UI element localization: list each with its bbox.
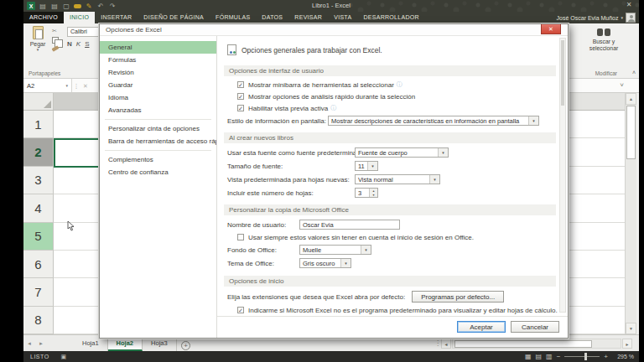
row-header-2[interactable]: 2 <box>23 138 54 166</box>
dialog-content: Opciones generales para trabajar con Exc… <box>217 36 568 338</box>
sheet-nav-right-icon[interactable]: ► <box>35 335 47 351</box>
dialog-scrollbar[interactable] <box>559 38 566 313</box>
macro-record-icon[interactable]: ▣ <box>61 354 67 360</box>
tab-revisar[interactable]: REVISAR <box>288 12 328 23</box>
page-layout-view-icon[interactable]: ▤ <box>536 353 543 360</box>
scroll-down-icon[interactable]: ▼ <box>626 323 636 334</box>
option-row: Usar esta fuente como fuente predetermin… <box>227 147 556 158</box>
window-close-icon[interactable]: ✕ <box>624 1 634 8</box>
row-header-5[interactable]: 5 <box>23 223 54 251</box>
row-header-1[interactable]: 1 <box>23 111 54 138</box>
sheet-count-stepper[interactable]: 3 ▴ ▾ <box>355 188 378 198</box>
row-header-3[interactable]: 3 <box>23 167 54 194</box>
name-box-splitter-icon[interactable]: ⋮ <box>72 79 80 92</box>
row-header-6[interactable]: 6 <box>23 251 54 278</box>
checkbox-vista-previa[interactable]: ✓ <box>237 105 244 111</box>
zoom-out-icon[interactable]: − <box>557 353 561 360</box>
scroll-right-icon[interactable]: ► <box>622 339 632 349</box>
sidebar-item-guardar[interactable]: Guardar <box>100 79 216 91</box>
dialog-close-button[interactable]: ✕ <box>541 24 561 34</box>
select-all-button[interactable] <box>23 93 54 110</box>
sidebar-item-general[interactable]: General <box>100 41 216 54</box>
zoom-slider[interactable] <box>564 356 600 357</box>
accept-button[interactable]: Aceptar <box>457 321 506 333</box>
default-font-select[interactable]: Fuente de cuerpo ▾ <box>355 147 449 158</box>
sheet-nav-left-icon[interactable]: ◄ <box>23 335 35 351</box>
italic-button[interactable]: K <box>76 40 80 48</box>
tab-datos[interactable]: DATOS <box>256 12 288 23</box>
row-header-8[interactable]: 8 <box>23 307 54 334</box>
chevron-down-icon[interactable]: ▾ <box>438 148 448 157</box>
tab-insertar[interactable]: INSERTAR <box>95 12 138 23</box>
checkbox-siempre-valores[interactable] <box>237 234 244 240</box>
chevron-down-icon[interactable]: ▾ <box>528 116 538 125</box>
horizontal-scrollbar[interactable]: ◄ ► <box>441 339 632 349</box>
font-name-select[interactable]: Calibri <box>67 27 101 37</box>
format-painter-icon[interactable] <box>52 45 60 51</box>
horizontal-scroll-track[interactable] <box>452 339 621 349</box>
vertical-scrollbar[interactable]: ▲ ▼ <box>625 93 636 334</box>
cancel-entry-icon[interactable]: ✕ <box>80 79 91 92</box>
cancel-button[interactable]: Cancelar <box>511 321 559 333</box>
default-programs-button[interactable]: Programas por defecto... <box>412 291 504 303</box>
sidebar-item-idioma[interactable]: Idioma <box>100 91 216 104</box>
sidebar-separator <box>105 150 211 151</box>
bold-button[interactable]: N <box>67 40 72 48</box>
excel-window: X ▤ ▤ ▢ ✎ ↶ ↷ Libro1 - Excel ✕ ARCHIVO I… <box>23 0 639 362</box>
collapse-ribbon-icon[interactable]: ˄ <box>632 70 636 75</box>
tooltip-style-select[interactable]: Mostrar descripciones de características… <box>328 116 539 126</box>
row-header-4[interactable]: 4 <box>23 194 54 222</box>
office-background-select[interactable]: Muelle ▾ <box>299 245 371 255</box>
dialog-scroll-thumb[interactable] <box>561 40 564 106</box>
tab-inicio[interactable]: INICIO <box>64 12 95 23</box>
checkbox-analisis-rapido[interactable]: ✓ <box>237 93 244 100</box>
chevron-down-icon[interactable]: ▾ <box>429 175 439 184</box>
sidebar-item-complementos[interactable]: Complementos <box>100 153 216 166</box>
checkbox-label: Mostrar opciones de análisis rápido dura… <box>248 93 415 101</box>
chevron-down-icon[interactable]: ▾ <box>361 246 371 254</box>
office-theme-select[interactable]: Gris oscuro ▾ <box>299 258 351 268</box>
zoom-slider-handle[interactable] <box>584 353 587 360</box>
cut-icon[interactable]: ✂ <box>52 28 59 34</box>
username-field[interactable] <box>299 220 400 230</box>
normal-view-icon[interactable]: ▦ <box>525 353 532 360</box>
chevron-down-icon[interactable]: ▾ <box>340 259 351 267</box>
checkbox-indicarme-predeterminado[interactable]: ✓ <box>237 307 244 313</box>
checkbox-minibarra[interactable]: ✓ <box>237 81 244 88</box>
sidebar-item-revision[interactable]: Revisión <box>100 66 216 79</box>
sidebar-item-formulas[interactable]: Fórmulas <box>100 54 216 66</box>
option-row: ✓ Habilitar vista previa activa ⓘ <box>237 104 556 112</box>
sidebar-item-avanzadas[interactable]: Avanzadas <box>100 104 216 116</box>
zoom-in-icon[interactable]: + <box>604 353 608 360</box>
name-box[interactable]: A2 ▾ <box>23 79 72 92</box>
underline-button[interactable]: S <box>85 40 89 48</box>
tab-desarrollador[interactable]: DESARROLLADOR <box>357 12 425 23</box>
sidebar-item-personalizar-cinta[interactable]: Personalizar cinta de opciones <box>100 122 216 135</box>
scroll-left-icon[interactable]: ◄ <box>441 339 451 349</box>
sheet-tab-spacer <box>47 335 74 351</box>
sidebar-item-centro-confianza[interactable]: Centro de confianza <box>100 166 216 178</box>
expand-formula-bar-icon[interactable]: ˅ <box>620 81 624 89</box>
tab-formulas[interactable]: FÓRMULAS <box>210 12 256 23</box>
row-header-7[interactable]: 7 <box>23 278 54 306</box>
paste-button[interactable]: Pegar ▾ <box>27 26 49 70</box>
select-value: Fuente de cuerpo <box>356 148 438 157</box>
font-size-select[interactable]: 11 ▾ <box>355 161 378 171</box>
spin-down-icon[interactable]: ▾ <box>370 193 377 197</box>
horizontal-scroll-thumb[interactable] <box>454 340 592 348</box>
chevron-down-icon[interactable]: ▾ <box>367 162 377 170</box>
find-select-button[interactable]: Buscar y seleccionar <box>580 27 627 51</box>
sidebar-item-barra-acceso-rapido[interactable]: Barra de herramientas de acceso rápido <box>100 135 216 147</box>
scroll-up-icon[interactable]: ▲ <box>626 93 636 105</box>
dialog-titlebar[interactable]: Opciones de Excel ✕ <box>100 24 568 36</box>
zoom-level[interactable]: 295 % <box>612 354 634 359</box>
page-break-view-icon[interactable]: ▥ <box>546 353 553 360</box>
copy-icon[interactable] <box>52 37 59 44</box>
vertical-scroll-thumb[interactable] <box>626 106 636 159</box>
tab-archivo[interactable]: ARCHIVO <box>23 12 64 23</box>
tab-vista[interactable]: VISTA <box>328 12 357 23</box>
default-view-select[interactable]: Vista normal ▾ <box>355 174 440 184</box>
avatar <box>626 13 636 23</box>
tab-diseno-de-pagina[interactable]: DISEÑO DE PÁGINA <box>138 12 210 23</box>
account-area[interactable]: José Oscar Evia Muñoz ▾ <box>557 12 636 23</box>
